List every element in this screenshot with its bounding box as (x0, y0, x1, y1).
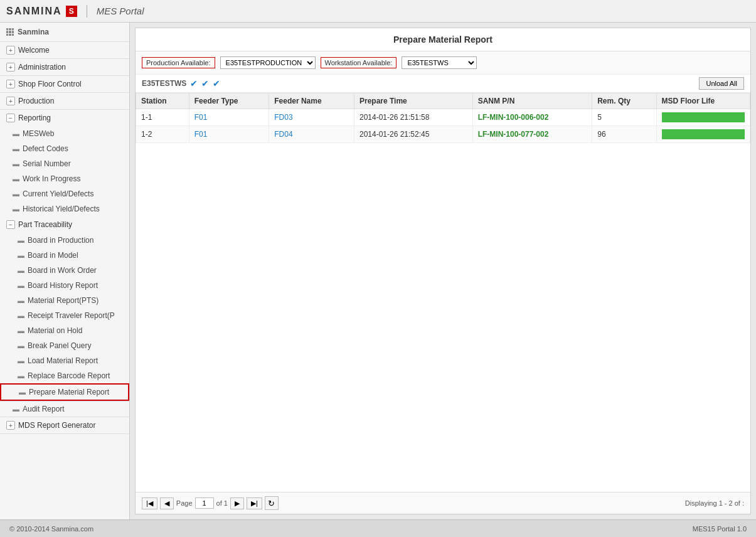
folder-icon-material-report-pts: ▬ (18, 297, 24, 304)
cell-feeder-name-link[interactable]: FD04 (274, 130, 292, 139)
cell-sanm-pn[interactable]: LF-MIN-100-006-002 (472, 109, 592, 126)
sidebar-sub-label-board-history: Board History Report (28, 281, 98, 290)
sidebar-item-reporting[interactable]: − Reporting (0, 110, 129, 126)
check-icon-2[interactable]: ✔ (201, 78, 209, 88)
sidebar-sub-material-on-hold[interactable]: ▬ Material on Hold (0, 323, 129, 338)
progress-bar (662, 112, 745, 122)
sidebar-sub-board-in-model[interactable]: ▬ Board in Model (0, 248, 129, 263)
sidebar-section-audit: ▬ Audit Report (0, 401, 129, 417)
page-of-label: of 1 (216, 499, 228, 507)
page-input[interactable] (195, 497, 214, 509)
check-icon-3[interactable]: ✔ (213, 78, 220, 88)
sidebar-item-administration[interactable]: + Administration (0, 59, 129, 75)
folder-icon-material-on-hold: ▬ (18, 327, 24, 334)
sidebar-sub-label-audit-report: Audit Report (23, 405, 65, 413)
page-next-button[interactable]: ▶ (230, 497, 244, 509)
sidebar-sub-audit-report[interactable]: ▬ Audit Report (0, 401, 129, 417)
folder-icon-historical-yield: ▬ (13, 205, 19, 213)
folder-icon-replace-barcode: ▬ (18, 372, 24, 380)
expand-icon-production: + (6, 97, 15, 105)
sidebar-label-administration: Administration (18, 63, 66, 72)
table-row: 1-1F01FD032014-01-26 21:51:58LF-MIN-100-… (136, 109, 750, 126)
cell-msd-floor-life (656, 109, 750, 126)
cell-feeder-type[interactable]: F01 (189, 126, 269, 143)
cell-feeder-name[interactable]: FD04 (269, 126, 354, 143)
col-feeder-name: Feeder Name (269, 93, 354, 109)
sidebar-sub-serial-number[interactable]: ▬ Serial Number (0, 156, 129, 171)
workstation-available-select[interactable]: E35TESTWS (402, 56, 477, 69)
footer-version: MES15 Portal 1.0 (693, 525, 747, 533)
production-available-select[interactable]: E35TESTPRODUCTION (220, 56, 316, 69)
expand-icon-shop-floor: + (6, 80, 15, 88)
cell-sanm-pn[interactable]: LF-MIN-100-077-002 (472, 126, 592, 143)
sidebar-label-shop-floor: Shop Floor Control (18, 80, 82, 88)
cell-feeder-type[interactable]: F01 (189, 109, 269, 126)
sidebar-sub-replace-barcode[interactable]: ▬ Replace Barcode Report (0, 368, 129, 383)
sidebar-sub-material-report-pts[interactable]: ▬ Material Report(PTS) (0, 293, 129, 308)
production-available-label[interactable]: Production Available: (142, 57, 215, 68)
cell-sanm-pn-link[interactable]: LF-MIN-100-006-002 (478, 113, 549, 122)
progress-bar-container (662, 129, 745, 139)
page-first-button[interactable]: |◀ (142, 497, 157, 509)
page-last-button[interactable]: ▶| (247, 497, 262, 509)
sidebar-sub-receipt-traveler[interactable]: ▬ Receipt Traveler Report(P (0, 308, 129, 323)
sidebar-sub-label-mesweb: MESWeb (23, 129, 54, 138)
folder-icon-audit-report: ▬ (13, 405, 19, 413)
cell-feeder-name[interactable]: FD03 (269, 109, 354, 126)
folder-icon-work-in-progress: ▬ (13, 175, 19, 183)
cell-feeder-type-link[interactable]: F01 (194, 113, 208, 122)
cell-sanm-pn-link[interactable]: LF-MIN-100-077-002 (478, 130, 549, 139)
sidebar-sub-label-defect-codes: Defect Codes (23, 144, 68, 153)
sidebar-sub-current-yield[interactable]: ▬ Current Yield/Defects (0, 186, 129, 201)
folder-icon-serial-number: ▬ (13, 160, 19, 167)
check-icon-1[interactable]: ✔ (190, 78, 198, 88)
sidebar-top[interactable]: Sanmina (0, 23, 129, 42)
sidebar-label-reporting: Reporting (18, 114, 51, 122)
station-label: E35TESTWS (142, 79, 186, 88)
refresh-button[interactable]: ↻ (265, 496, 279, 510)
sidebar-sub-historical-yield[interactable]: ▬ Historical Yield/Defects (0, 201, 129, 216)
main-layout: Sanmina + Welcome + Administration + Sho… (0, 23, 756, 519)
folder-icon-board-in-work-order: ▬ (18, 267, 24, 274)
sidebar-sub-label-board-in-model: Board in Model (28, 251, 78, 260)
sidebar-section-shop-floor: + Shop Floor Control (0, 76, 129, 93)
sidebar-section-production: + Production (0, 93, 129, 110)
cell-rem-qty: 5 (592, 109, 656, 126)
workstation-available-label[interactable]: Workstation Available: (321, 57, 397, 68)
sidebar-sub-label-current-yield: Current Yield/Defects (23, 189, 93, 198)
expand-icon-part-traceability: − (6, 220, 15, 229)
page-prev-button[interactable]: ◀ (160, 497, 174, 509)
sidebar-section-administration: + Administration (0, 59, 129, 76)
sidebar-sub-board-in-production[interactable]: ▬ Board in Production (0, 233, 129, 248)
sidebar-sub-board-history[interactable]: ▬ Board History Report (0, 278, 129, 293)
logo-text: SANMINA (6, 6, 62, 17)
folder-icon-board-in-model: ▬ (18, 252, 24, 259)
sidebar-sub-prepare-material[interactable]: ▬ Prepare Material Report (0, 383, 129, 401)
sidebar-sub-label-break-panel-query: Break Panel Query (28, 341, 91, 350)
col-feeder-type: Feeder Type (189, 93, 269, 109)
sidebar-item-welcome[interactable]: + Welcome (0, 42, 129, 58)
pagination: |◀ ◀ Page of 1 ▶ ▶| ↻ Displaying 1 - 2 o… (136, 492, 750, 514)
sidebar-sub-defect-codes[interactable]: ▬ Defect Codes (0, 141, 129, 156)
col-station: Station (136, 93, 189, 109)
sidebar-sub-load-material[interactable]: ▬ Load Material Report (0, 353, 129, 368)
cell-feeder-type-link[interactable]: F01 (194, 130, 208, 139)
progress-bar (662, 129, 745, 139)
folder-icon-receipt-traveler: ▬ (18, 312, 24, 319)
sidebar-item-mds[interactable]: + MDS Report Generator (0, 417, 129, 433)
sidebar-sub-mesweb[interactable]: ▬ MESWeb (0, 126, 129, 141)
folder-icon-board-in-production: ▬ (18, 237, 24, 244)
sidebar-item-production[interactable]: + Production (0, 93, 129, 109)
sidebar-sub-break-panel-query[interactable]: ▬ Break Panel Query (0, 338, 129, 353)
sidebar-item-part-traceability[interactable]: − Part Traceability (0, 216, 129, 233)
sidebar-sub-board-in-work-order[interactable]: ▬ Board in Work Order (0, 263, 129, 278)
sidebar-item-shop-floor[interactable]: + Shop Floor Control (0, 76, 129, 92)
unload-all-button[interactable]: Unload All (699, 77, 744, 90)
grid-icon (6, 28, 14, 36)
folder-icon-load-material: ▬ (18, 357, 24, 364)
sidebar-sub-label-load-material: Load Material Report (28, 356, 98, 365)
col-rem-qty: Rem. Qty (592, 93, 656, 109)
cell-feeder-name-link[interactable]: FD03 (274, 113, 292, 122)
sidebar-sub-work-in-progress[interactable]: ▬ Work In Progress (0, 171, 129, 186)
sidebar-section-welcome: + Welcome (0, 42, 129, 59)
